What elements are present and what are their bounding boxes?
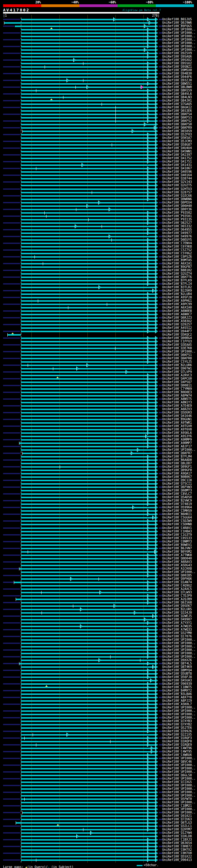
hit-accession-link[interactable]: UniRef100_Q1KLD8 xyxy=(162,834,192,838)
hit-bar[interactable] xyxy=(23,130,156,132)
hit-accession-link[interactable]: UniRef100_Q5K5A7 xyxy=(162,136,192,140)
hit-bar[interactable] xyxy=(21,331,156,332)
hit-accession-link[interactable]: UniRef100_Q56FJ8 xyxy=(162,675,192,679)
hit-accession-link[interactable]: UniRef100_Q8LDD7 xyxy=(162,462,192,465)
hit-bar[interactable] xyxy=(21,507,156,508)
hit-accession-link[interactable]: UniRef100_Q6KFS0 xyxy=(162,123,192,126)
hit-accession-link[interactable]: UniRef100_UPI000.. xyxy=(162,784,195,787)
hit-bar[interactable] xyxy=(21,361,156,363)
hit-bar[interactable] xyxy=(21,320,156,322)
hit-bar[interactable] xyxy=(21,212,156,214)
hit-bar[interactable] xyxy=(21,836,156,837)
hit-bar[interactable] xyxy=(21,192,156,193)
hit-bar[interactable] xyxy=(21,727,156,729)
hit-bar[interactable] xyxy=(21,588,156,590)
hit-bar[interactable] xyxy=(21,795,156,797)
hit-accession-link[interactable]: UniRef100_A9RMP7 xyxy=(162,441,192,445)
hit-bar[interactable] xyxy=(21,351,156,352)
hit-accession-link[interactable]: UniRef100_Q9XXZ6 xyxy=(162,658,192,662)
hit-bar[interactable] xyxy=(21,659,156,661)
hit-bar[interactable] xyxy=(21,517,156,519)
hit-accession-link[interactable]: UniRef100_B2LUR5 xyxy=(162,608,192,611)
hit-accession-link[interactable]: UniRef100_UPI000.. xyxy=(162,28,195,31)
hit-accession-link[interactable]: UniRef100_Q1RQE9 xyxy=(162,743,192,746)
hit-accession-link[interactable]: UniRef100_A8N5T5 xyxy=(162,397,192,401)
hit-accession-link[interactable]: UniRef100_Q45NN1 xyxy=(162,150,192,153)
hit-bar[interactable] xyxy=(21,202,156,204)
hit-accession-link[interactable]: UniRef100_A9PC99 xyxy=(162,302,192,306)
hit-accession-link[interactable]: UniRef100_A5K0L7 xyxy=(162,702,192,706)
hit-bar[interactable] xyxy=(21,839,156,841)
hit-accession-link[interactable]: UniRef100_B3TLR2 xyxy=(162,285,192,289)
hit-accession-link[interactable]: UniRef100_UPI000.. xyxy=(162,713,195,716)
hit-bar[interactable] xyxy=(21,385,156,386)
hit-accession-link[interactable]: UniRef100_Q7LW93 xyxy=(162,591,192,594)
hit-accession-link[interactable]: UniRef100_UPI000.. xyxy=(162,570,195,574)
hit-bar[interactable] xyxy=(21,246,156,248)
hit-accession-link[interactable]: UniRef100_Q4P5Q7 xyxy=(162,380,192,384)
hit-bar[interactable] xyxy=(21,324,156,326)
hit-accession-link[interactable]: UniRef100_UPI000.. xyxy=(162,31,195,34)
hit-bar[interactable] xyxy=(21,46,156,48)
hit-accession-link[interactable]: UniRef100_A9TGV0 xyxy=(162,424,192,428)
hit-accession-link[interactable]: UniRef100_C1BNT5 xyxy=(162,685,192,689)
hit-accession-link[interactable]: UniRef100_Q6GL58 xyxy=(162,773,192,777)
hit-bar[interactable] xyxy=(21,744,156,746)
hit-bar[interactable] xyxy=(21,144,156,146)
hit-bar[interactable] xyxy=(21,338,156,339)
hit-accession-link[interactable]: UniRef100_Q38744 xyxy=(162,177,192,180)
hit-accession-link[interactable]: UniRef100_Q2WEJ5 xyxy=(162,614,192,618)
hit-accession-link[interactable]: UniRef100_Q41752 xyxy=(162,156,192,160)
hit-accession-link[interactable]: UniRef100_B7FLI4 xyxy=(162,282,192,285)
hit-bar[interactable] xyxy=(21,297,156,298)
hit-bar[interactable] xyxy=(21,751,156,752)
hit-accession-link[interactable]: UniRef100_B2LUR4 xyxy=(162,292,192,296)
hit-bar[interactable] xyxy=(21,493,156,495)
hit-accession-link[interactable]: UniRef100_B9GFB7 xyxy=(162,265,192,269)
hit-accession-link[interactable]: UniRef100_Q6H7T6 xyxy=(162,275,192,279)
hit-bar[interactable] xyxy=(21,537,156,539)
hit-bar[interactable] xyxy=(21,805,156,807)
hit-accession-link[interactable]: UniRef100_Q7LVP9 xyxy=(162,370,192,373)
hit-accession-link[interactable]: UniRef100_O74819 xyxy=(162,502,192,505)
hit-bar[interactable] xyxy=(21,53,156,54)
hit-bar[interactable] xyxy=(21,439,156,441)
hit-bar[interactable] xyxy=(21,643,156,644)
hit-accession-link[interactable]: UniRef100_Q00Y36 xyxy=(162,208,192,211)
hit-accession-link[interactable]: UniRef100_Q6RJZ3 xyxy=(162,316,192,319)
hit-accession-link[interactable]: UniRef100_B6JVN7 xyxy=(162,547,192,550)
hit-accession-link[interactable]: UniRef100_A5B3U2 xyxy=(162,319,192,323)
hit-bar[interactable] xyxy=(21,277,156,278)
hit-accession-link[interactable]: UniRef100_O65332 xyxy=(162,224,192,228)
hit-bar[interactable] xyxy=(21,852,156,854)
hit-bar[interactable] xyxy=(21,680,156,681)
hit-accession-link[interactable]: UniRef100_UPI000.. xyxy=(162,655,195,658)
hit-bar[interactable] xyxy=(21,198,156,200)
hit-bar[interactable] xyxy=(21,222,156,224)
hit-bar[interactable] xyxy=(21,500,156,502)
hit-accession-link[interactable]: UniRef100_Q9C1I8 xyxy=(162,478,192,482)
hit-bar[interactable] xyxy=(21,677,156,678)
hit-accession-link[interactable]: UniRef100_Q6FVW3 xyxy=(162,485,192,489)
hit-accession-link[interactable]: UniRef100_Q84LN3 xyxy=(162,95,192,99)
hit-bar[interactable] xyxy=(21,636,156,638)
hit-bar[interactable] xyxy=(21,724,156,725)
hit-accession-link[interactable]: UniRef100_Q75CI1 xyxy=(162,482,192,485)
hit-bar[interactable] xyxy=(21,405,156,407)
hit-bar[interactable] xyxy=(21,741,156,742)
hit-bar[interactable] xyxy=(21,490,156,491)
hit-accession-link[interactable]: UniRef100_UPI000.. xyxy=(162,45,195,48)
hit-bar[interactable] xyxy=(21,758,156,759)
hit-accession-link[interactable]: UniRef100_B9MTA5 xyxy=(162,258,192,262)
hit-bar[interactable] xyxy=(21,781,156,783)
hit-bar[interactable] xyxy=(21,90,156,91)
hit-accession-link[interactable]: UniRef100_P93502 xyxy=(162,211,192,214)
hit-accession-link[interactable]: UniRef100_O82527 xyxy=(162,221,192,224)
hit-accession-link[interactable]: UniRef100_A8JF17 xyxy=(162,445,192,448)
hit-bar[interactable] xyxy=(21,93,156,95)
hit-bar[interactable] xyxy=(21,456,156,458)
hit-accession-link[interactable]: UniRef100_C0H872 xyxy=(162,845,192,848)
hit-bar[interactable] xyxy=(21,849,156,851)
hit-bar[interactable] xyxy=(21,137,156,139)
hit-bar[interactable] xyxy=(21,39,156,41)
